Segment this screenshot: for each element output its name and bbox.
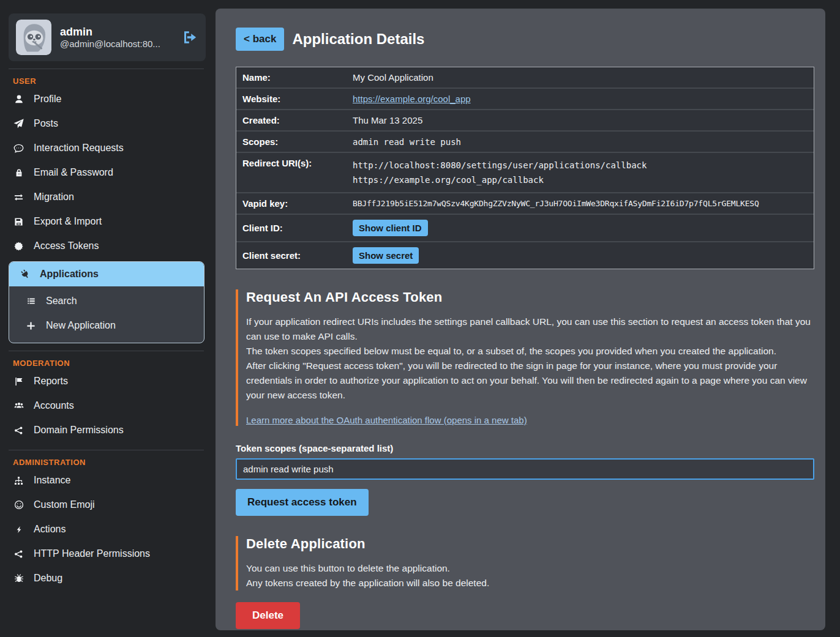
table-row-redirect-uris: Redirect URI(s): http://localhost:8080/s… bbox=[236, 152, 814, 192]
sidebar-item-label: Custom Emoji bbox=[34, 499, 95, 510]
table-row-created: Created: Thu Mar 13 2025 bbox=[236, 109, 814, 130]
application-details-panel: < back Application Details Name: My Cool… bbox=[216, 9, 825, 630]
delete-button[interactable]: Delete bbox=[236, 602, 300, 629]
sidebar-item-label: Posts bbox=[34, 118, 58, 129]
sidebar-item-label: Email & Password bbox=[34, 167, 113, 178]
sidebar-item-label: Actions bbox=[34, 524, 66, 535]
section-heading: Delete Application bbox=[246, 536, 814, 552]
user-card[interactable]: admin @admin@localhost:80... bbox=[9, 13, 206, 61]
row-label: Vapid key: bbox=[236, 193, 353, 214]
request-access-token-button[interactable]: Request access token bbox=[236, 489, 369, 516]
bolt-icon bbox=[13, 525, 24, 534]
table-row-website: Website: https://example.org/cool_app bbox=[236, 88, 814, 109]
table-row-client-secret: Client secret: Show secret bbox=[236, 241, 814, 269]
back-button[interactable]: < back bbox=[236, 28, 284, 51]
sidebar-item-profile[interactable]: Profile bbox=[9, 87, 205, 111]
section-heading: Request An API Access Token bbox=[246, 289, 814, 305]
sidebar-item-label: Profile bbox=[34, 94, 61, 105]
sidebar-item-debug[interactable]: Debug bbox=[9, 566, 205, 590]
application-name: My Cool Application bbox=[353, 67, 814, 88]
sidebar-item-label: Reports bbox=[34, 376, 68, 387]
sidebar-item-actions[interactable]: Actions bbox=[9, 517, 205, 542]
sidebar-item-label: Domain Permissions bbox=[34, 425, 124, 436]
smiley-icon bbox=[13, 500, 24, 510]
sidebar-item-access-tokens[interactable]: Access Tokens bbox=[9, 234, 205, 258]
sign-out-icon[interactable] bbox=[182, 30, 198, 45]
row-label: Client secret: bbox=[236, 245, 353, 266]
certificate-icon bbox=[13, 242, 24, 251]
delete-application-section: Delete Application You can use this butt… bbox=[236, 536, 814, 590]
sidebar-item-accounts[interactable]: Accounts bbox=[9, 393, 205, 418]
sidebar-section-administration: ADMINISTRATION bbox=[13, 458, 205, 467]
vapid-key: BBJffJ219b5iE512m7wQSzv4KgKDhgZZVzNyWC_r… bbox=[353, 194, 814, 213]
redirect-uris: http://localhost:8080/settings/user/appl… bbox=[353, 153, 814, 192]
user-info: admin @admin@localhost:80... bbox=[60, 26, 174, 49]
sidebar-item-applications-new[interactable]: New Application bbox=[9, 313, 204, 338]
sidebar-item-applications[interactable]: Applications bbox=[9, 262, 204, 286]
token-request-form: Token scopes (space-separated list) Requ… bbox=[236, 443, 814, 516]
floppy-disk-icon bbox=[13, 217, 24, 226]
sidebar-item-email-password[interactable]: Email & Password bbox=[9, 160, 205, 185]
sidebar-item-label: Access Tokens bbox=[34, 240, 99, 251]
oauth-docs-link[interactable]: Learn more about the OAuth authenticatio… bbox=[246, 415, 527, 425]
table-row-vapid-key: Vapid key: BBJffJ219b5iE512m7wQSzv4KgKDh… bbox=[236, 192, 814, 214]
sitemap-icon bbox=[13, 476, 24, 485]
show-secret-button[interactable]: Show secret bbox=[353, 247, 419, 264]
sidebar-item-reports[interactable]: Reports bbox=[9, 369, 205, 393]
section-paragraph: You can use this button to delete the ap… bbox=[246, 561, 814, 576]
exchange-icon bbox=[13, 193, 24, 202]
show-client-id-button[interactable]: Show client ID bbox=[353, 220, 428, 236]
token-scopes-input[interactable] bbox=[236, 458, 814, 480]
scopes-value: admin read write push bbox=[353, 132, 814, 152]
plus-icon bbox=[25, 321, 37, 330]
comment-dots-icon bbox=[13, 143, 24, 154]
row-label: Scopes: bbox=[236, 132, 353, 152]
sidebar-section-user: USER bbox=[13, 76, 205, 86]
row-label: Redirect URI(s): bbox=[236, 153, 353, 173]
list-icon bbox=[25, 297, 37, 305]
sidebar-item-custom-emoji[interactable]: Custom Emoji bbox=[9, 493, 205, 517]
sidebar-item-label: Export & Import bbox=[34, 216, 102, 227]
divider bbox=[9, 450, 204, 450]
sidebar-item-migration[interactable]: Migration bbox=[9, 185, 205, 209]
redirect-uri: http://localhost:8080/settings/user/appl… bbox=[353, 158, 809, 173]
token-scopes-label: Token scopes (space-separated list) bbox=[236, 443, 814, 453]
request-token-section: Request An API Access Token If your appl… bbox=[236, 289, 814, 426]
paper-plane-icon bbox=[13, 119, 24, 129]
section-paragraph: Any tokens created by the application wi… bbox=[246, 576, 814, 590]
sidebar-item-posts[interactable]: Posts bbox=[9, 111, 205, 136]
sidebar-item-label: New Application bbox=[46, 320, 116, 331]
row-label: Name: bbox=[236, 67, 353, 88]
table-row-scopes: Scopes: admin read write push bbox=[236, 130, 814, 152]
sidebar-item-label: Debug bbox=[34, 573, 62, 584]
sidebar-item-label: Interaction Requests bbox=[34, 143, 124, 154]
share-nodes-icon bbox=[13, 549, 24, 559]
sidebar-item-export-import[interactable]: Export & Import bbox=[9, 209, 205, 234]
sidebar-item-http-header-permissions[interactable]: HTTP Header Permissions bbox=[9, 542, 205, 566]
row-label: Created: bbox=[236, 110, 353, 130]
page-title: Application Details bbox=[292, 31, 424, 48]
flag-icon bbox=[13, 377, 24, 386]
redirect-uri: https://example.org/cool_app/callback bbox=[353, 173, 809, 187]
sidebar-item-interaction-requests[interactable]: Interaction Requests bbox=[9, 136, 205, 160]
sidebar-item-applications-search[interactable]: Search bbox=[9, 289, 204, 313]
user-name: admin bbox=[60, 26, 174, 39]
sidebar-item-domain-permissions[interactable]: Domain Permissions bbox=[9, 418, 205, 442]
bug-icon bbox=[13, 573, 24, 583]
section-paragraph: If your application redirect URIs includ… bbox=[246, 315, 814, 344]
user-icon bbox=[13, 94, 24, 104]
sidebar-item-instance[interactable]: Instance bbox=[9, 468, 205, 493]
header-row: < back Application Details bbox=[236, 28, 814, 51]
applications-nav-group: Applications Search New Application bbox=[9, 261, 204, 343]
avatar bbox=[16, 20, 51, 55]
row-label: Website: bbox=[236, 89, 353, 109]
sidebar-item-label: Search bbox=[46, 296, 77, 307]
applications-submenu: Search New Application bbox=[9, 286, 204, 343]
website-link[interactable]: https://example.org/cool_app bbox=[353, 94, 471, 104]
sidebar-section-moderation: MODERATION bbox=[13, 359, 205, 368]
lock-icon bbox=[13, 168, 24, 177]
section-paragraph: The token scopes specified below must be… bbox=[246, 344, 814, 359]
plug-icon bbox=[19, 269, 31, 279]
share-nodes-icon bbox=[13, 426, 24, 435]
users-icon bbox=[13, 401, 24, 411]
